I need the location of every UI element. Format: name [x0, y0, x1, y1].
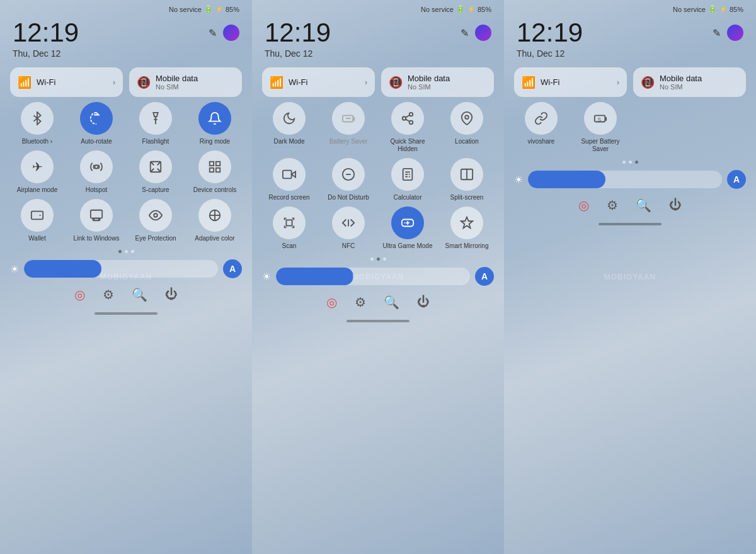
tile-scapture[interactable]: S-capture — [129, 150, 183, 194]
wifi-icon-3: 📶 — [522, 76, 536, 89]
settings-icon-2[interactable]: ⚙ — [355, 295, 366, 310]
mobile-tile-3[interactable]: 📵 Mobile data No SIM — [633, 67, 746, 97]
autorotate-label: Auto-rotate — [81, 138, 112, 145]
power-icon-1[interactable]: ⏻ — [165, 287, 178, 302]
lightning-icon-1: ⚡ — [215, 6, 223, 13]
settings-icon-1[interactable]: ⚙ — [103, 287, 114, 302]
scapture-label: S-capture — [142, 186, 169, 194]
tile-devicectrl[interactable]: Device controls — [188, 150, 242, 194]
face-icon-3[interactable]: ◎ — [578, 198, 589, 213]
brightness-auto-3[interactable]: A — [727, 170, 746, 189]
face-icon-1[interactable]: ◎ — [74, 287, 85, 302]
dot-2-3 — [383, 257, 386, 261]
signal-text-1: No service — [169, 6, 202, 13]
tile-hotspot[interactable]: Hotspot — [69, 150, 123, 194]
wifi-tile-2[interactable]: 📶 Wi-Fi › — [262, 67, 375, 97]
mobile-label-2: Mobile data — [408, 74, 486, 83]
wallet-label: Wallet — [28, 235, 45, 242]
tile-linkwindows[interactable]: Link to Windows — [69, 199, 123, 242]
time-area-2: 12:19 Thu, Dec 12 ✎ — [262, 16, 494, 61]
phone-panel-3: MOBIGYAAN No service 🔋 ⚡ 85% 12:19 Thu, … — [504, 0, 756, 554]
time-display-3: 12:19 — [517, 20, 583, 46]
svg-point-22 — [465, 115, 469, 119]
edit-icon-3[interactable]: ✎ — [713, 27, 721, 39]
mobile-tile-1[interactable]: 📵 Mobile data No SIM — [129, 67, 242, 97]
tile-ringmode[interactable]: Ring mode — [188, 102, 242, 145]
phone-panel-2: MOBIGYAAN No service 🔋 ⚡ 85% 12:19 Thu, … — [252, 0, 504, 554]
brightness-row-2[interactable]: ☀ A — [262, 267, 494, 286]
autorotate-icon — [80, 102, 113, 135]
brightness-icon-3: ☀ — [514, 174, 523, 186]
tile-batterysaver[interactable]: Battery Saver — [321, 102, 375, 153]
edit-icon-2[interactable]: ✎ — [461, 27, 469, 39]
tile-eyeprot[interactable]: Eye Protection — [129, 199, 183, 242]
search-icon-3[interactable]: 🔍 — [636, 198, 651, 213]
tile-scan[interactable]: Scan — [262, 206, 316, 250]
mobile-tile-2[interactable]: 📵 Mobile data No SIM — [381, 67, 494, 97]
dnd-label: Do Not Disturb — [328, 194, 369, 201]
power-icon-3[interactable]: ⏻ — [669, 198, 682, 213]
brightness-bar-3[interactable] — [528, 171, 722, 188]
tile-airplane[interactable]: ✈ Airplane mode — [10, 150, 64, 194]
wifi-tile-1[interactable]: 📶 Wi-Fi › — [10, 67, 123, 97]
svg-line-21 — [406, 115, 410, 118]
tile-wallet[interactable]: Wallet — [10, 199, 64, 242]
wifi-arrow-1: › — [113, 78, 115, 87]
tile-flashlight[interactable]: Flashlight — [129, 102, 183, 145]
brightness-row-3[interactable]: ☀ A — [514, 170, 746, 189]
tile-calculator[interactable]: Calculator — [381, 158, 435, 201]
calculator-icon — [391, 158, 424, 191]
time-area-1: 12:19 Thu, Dec 12 ✎ — [10, 16, 242, 61]
wallet-icon — [21, 199, 54, 232]
tile-quickshare[interactable]: Quick Share Hidden — [381, 102, 435, 153]
brightness-auto-1[interactable]: A — [223, 259, 242, 278]
adaptive-label: Adaptive color — [195, 235, 234, 242]
airplane-label: Airplane mode — [17, 186, 57, 194]
settings-icon-3[interactable]: ⚙ — [607, 198, 618, 213]
power-icon-2[interactable]: ⏻ — [417, 295, 430, 310]
search-icon-2[interactable]: 🔍 — [384, 295, 399, 310]
tile-nfc[interactable]: NFC — [321, 206, 375, 250]
tile-ultragame[interactable]: Ultra Game Mode — [381, 206, 435, 250]
brightness-auto-2[interactable]: A — [475, 267, 494, 286]
edit-icon-1[interactable]: ✎ — [209, 27, 217, 39]
brightness-bar-2[interactable] — [276, 268, 470, 285]
eyeprot-label: Eye Protection — [135, 235, 176, 242]
brightness-bar-1[interactable] — [24, 260, 218, 278]
tile-recordscreen[interactable]: Record screen — [262, 158, 316, 201]
svg-marker-23 — [292, 171, 295, 177]
tile-adaptive[interactable]: Adaptive color — [188, 199, 242, 242]
page-dots-1 — [10, 250, 242, 253]
lightning-icon-2: ⚡ — [467, 6, 475, 13]
mobile-sub-1: No SIM — [156, 83, 234, 91]
tiles-row1-p3: vivoshare S Super Battery Saver — [514, 102, 746, 153]
calculator-label: Calculator — [393, 194, 421, 201]
brightness-row-1[interactable]: ☀ A — [10, 259, 242, 278]
tile-location[interactable]: Location — [440, 102, 494, 153]
tile-bluetooth[interactable]: Bluetooth › — [10, 102, 64, 145]
search-icon-1[interactable]: 🔍 — [132, 287, 147, 302]
phone-panel-1: MOBIGYAAN No service 🔋 ⚡ 85% 12:19 Thu, … — [0, 0, 252, 554]
date-display-2: Thu, Dec 12 — [265, 48, 331, 59]
superbattery-label: Super Battery Saver — [573, 138, 627, 153]
ringmode-icon — [198, 102, 231, 135]
tile-superbattery[interactable]: S Super Battery Saver — [573, 102, 627, 153]
bluetooth-label: Bluetooth › — [22, 138, 52, 145]
brightness-icon-2: ☀ — [262, 271, 271, 283]
adaptive-icon — [198, 199, 231, 232]
face-icon-2[interactable]: ◎ — [326, 295, 337, 310]
nfc-icon — [332, 206, 365, 239]
tile-dnd[interactable]: Do Not Disturb — [321, 158, 375, 201]
battery-pct-1: 85% — [226, 6, 239, 13]
tile-vivoshare[interactable]: vivoshare — [514, 102, 568, 153]
tile-smartmirror[interactable]: Smart Mirroring — [440, 206, 494, 250]
dot-3-3 — [635, 161, 638, 164]
splitscreen-icon — [450, 158, 483, 191]
dot-1-3 — [131, 250, 134, 253]
tile-splitscreen[interactable]: Split-screen — [440, 158, 494, 201]
quickshare-icon — [391, 102, 424, 135]
battery-icon-2: 🔋 — [456, 5, 465, 13]
wifi-tile-3[interactable]: 📶 Wi-Fi › — [514, 67, 627, 97]
tile-darkmode[interactable]: Dark Mode — [262, 102, 316, 153]
tile-autorotate[interactable]: Auto-rotate — [69, 102, 123, 145]
